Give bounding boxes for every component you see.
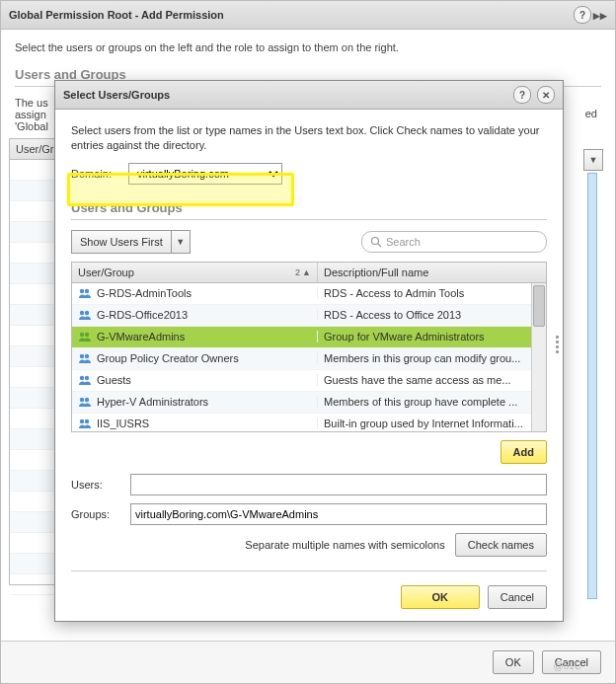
svg-point-9: [85, 354, 89, 358]
table-row[interactable]: G-RDS-Office2013RDS - Access to Office 2…: [72, 305, 546, 327]
parent-ok-button[interactable]: OK: [493, 650, 534, 674]
expand-icon[interactable]: ▸▸: [591, 8, 607, 23]
row-name: G-VMwareAdmins: [97, 331, 185, 342]
row-description: Members of this group have complete ...: [318, 396, 546, 408]
search-icon: [370, 236, 382, 248]
parent-instruction: Select the users or groups on the left a…: [15, 41, 601, 53]
table-row[interactable]: G-RDS-AdminToolsRDS - Access to Admin To…: [72, 283, 546, 305]
parent-dialog-title: Global Permission Root - Add Permission: [9, 9, 224, 21]
row-description: Built-in group used by Internet Informat…: [318, 418, 546, 429]
svg-point-4: [80, 311, 84, 315]
row-description: Members in this group can modify grou...: [318, 352, 546, 364]
show-filter-dropdown[interactable]: Show Users First ▼: [71, 230, 191, 254]
row-description: Guests have the same access as me...: [318, 374, 546, 386]
separate-hint: Separate multiple names with semicolons: [245, 539, 444, 551]
help-icon[interactable]: ?: [574, 6, 591, 24]
dialog-instruction: Select users from the list or type names…: [71, 123, 547, 153]
svg-point-10: [80, 376, 84, 380]
table-row[interactable]: IIS_IUSRSBuilt-in group used by Internet…: [72, 414, 546, 431]
row-name: Group Policy Creator Owners: [97, 352, 239, 364]
groups-label: Groups:: [71, 508, 130, 520]
svg-point-7: [85, 333, 89, 337]
svg-point-3: [85, 289, 89, 293]
svg-point-11: [85, 376, 89, 380]
svg-point-8: [80, 354, 84, 358]
ok-button[interactable]: OK: [401, 585, 480, 609]
cancel-button[interactable]: Cancel: [488, 585, 547, 609]
group-icon: [78, 396, 92, 408]
group-icon: [78, 374, 92, 386]
row-description: Group for VMware Administrators: [318, 331, 546, 342]
row-description: RDS - Access to Admin Tools: [318, 287, 546, 299]
svg-point-12: [80, 398, 84, 402]
row-name: Hyper-V Administrators: [97, 396, 208, 408]
table-row[interactable]: Hyper-V AdministratorsMembers of this gr…: [72, 392, 546, 414]
svg-point-2: [80, 289, 84, 293]
select-users-groups-dialog: Select Users/Groups ? ✕ Select users fro…: [54, 80, 564, 622]
groups-field[interactable]: [130, 503, 547, 525]
row-name: IIS_IUSRS: [97, 418, 149, 429]
svg-point-5: [85, 311, 89, 315]
svg-point-6: [80, 333, 84, 337]
table-row[interactable]: G-VMwareAdminsGroup for VMware Administr…: [72, 327, 546, 348]
search-input[interactable]: Search: [361, 231, 547, 253]
close-icon[interactable]: ✕: [537, 86, 555, 104]
row-name: G-RDS-Office2013: [97, 309, 188, 321]
column-header-user-group[interactable]: User/Group 2 ▲: [72, 263, 318, 282]
add-selected-button[interactable]: Add: [500, 440, 547, 464]
svg-point-15: [85, 419, 89, 423]
parent-dialog-header: Global Permission Root - Add Permission …: [1, 1, 615, 30]
dialog-title: Select Users/Groups: [63, 89, 170, 101]
users-label: Users:: [71, 479, 130, 491]
domain-label: Domain:: [71, 168, 118, 180]
grid-resize-handle[interactable]: [551, 330, 563, 359]
group-icon: [78, 331, 92, 342]
svg-point-13: [85, 398, 89, 402]
group-icon: [78, 352, 92, 364]
help-icon[interactable]: ?: [513, 86, 531, 104]
users-field[interactable]: [130, 474, 547, 495]
table-row[interactable]: GuestsGuests have the same access as me.…: [72, 370, 546, 392]
table-row[interactable]: Group Policy Creator OwnersMembers in th…: [72, 348, 546, 370]
role-dropdown[interactable]: ▼: [583, 149, 603, 171]
row-name: G-RDS-AdminTools: [97, 287, 192, 299]
group-icon: [78, 287, 92, 299]
section-title: Users and Groups: [71, 200, 547, 215]
svg-line-1: [378, 244, 381, 247]
users-groups-grid: User/Group 2 ▲ Description/Full name G-R…: [71, 262, 547, 432]
truncated-text-right: ed: [585, 108, 597, 119]
row-description: RDS - Access to Office 2013: [318, 309, 546, 321]
watermark: @51C: [554, 660, 582, 671]
right-role-panel: ▼: [583, 149, 601, 603]
svg-point-14: [80, 419, 84, 423]
parent-footer: OK Cancel @51C: [1, 641, 615, 683]
column-header-description[interactable]: Description/Full name: [318, 263, 546, 282]
group-icon: [78, 418, 92, 429]
check-names-button[interactable]: Check names: [455, 533, 547, 557]
row-name: Guests: [97, 374, 131, 386]
svg-point-0: [372, 237, 379, 244]
scrollbar[interactable]: [531, 283, 546, 431]
domain-select[interactable]: virtuallyBoring.com: [128, 163, 282, 185]
group-icon: [78, 309, 92, 321]
